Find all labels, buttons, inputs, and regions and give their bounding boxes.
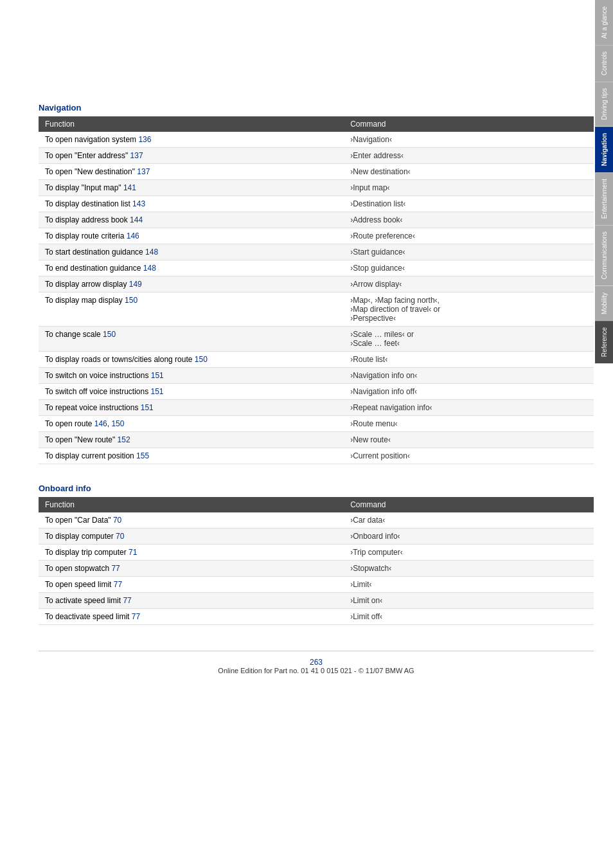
function-cell: To display computer 70 xyxy=(39,529,344,545)
command-cell: ›Limit‹ xyxy=(344,577,594,593)
table-row: To open navigation system 136›Navigation… xyxy=(39,132,594,148)
table-row: To activate speed limit 77›Limit on‹ xyxy=(39,593,594,609)
command-cell: ›Onboard info‹ xyxy=(344,529,594,545)
table-row: To display map display 150›Map‹, ›Map fa… xyxy=(39,293,594,327)
page-link[interactable]: 150 xyxy=(111,419,124,428)
command-cell: ›Navigation‹ xyxy=(344,132,594,148)
function-cell: To switch off voice instructions 151 xyxy=(39,384,344,400)
function-cell: To switch on voice instructions 151 xyxy=(39,368,344,384)
sidebar-tab-navigation[interactable]: Navigation xyxy=(595,127,613,172)
function-cell: To open speed limit 77 xyxy=(39,577,344,593)
function-cell: To display current position 155 xyxy=(39,448,344,464)
table-row: To display destination list 143›Destinat… xyxy=(39,196,594,212)
table-row: To display roads or towns/cities along r… xyxy=(39,352,594,368)
navigation-table-header: Function Command xyxy=(39,116,594,132)
sidebar-tab-communications[interactable]: Communications xyxy=(595,225,613,285)
function-cell: To display "Input map" 141 xyxy=(39,180,344,196)
page-link[interactable]: 146 xyxy=(94,419,107,428)
onboard-section: Onboard info Function Command To open "C… xyxy=(39,484,594,625)
page-link[interactable]: 77 xyxy=(123,596,131,605)
table-row: To deactivate speed limit 77›Limit off‹ xyxy=(39,609,594,625)
page-link[interactable]: 137 xyxy=(137,167,150,176)
page-link[interactable]: 77 xyxy=(132,612,140,621)
sidebar-tab-controls[interactable]: Controls xyxy=(595,45,613,82)
table-row: To display current position 155›Current … xyxy=(39,448,594,464)
onboard-title: Onboard info xyxy=(39,484,594,493)
onboard-table: Function Command To open "Car Data" 70›C… xyxy=(39,497,594,625)
page-link[interactable]: 146 xyxy=(127,231,139,240)
sidebar-tab-at-glance[interactable]: At a glance xyxy=(595,0,613,45)
navigation-section: Navigation Function Command To open navi… xyxy=(39,103,594,464)
command-cell: ›Arrow display‹ xyxy=(344,276,594,293)
sidebar-tab-mobility[interactable]: Mobility xyxy=(595,286,613,321)
navigation-table: Function Command To open navigation syst… xyxy=(39,116,594,464)
function-cell: To open "Car Data" 70 xyxy=(39,512,344,529)
main-content: Navigation Function Command To open navi… xyxy=(39,0,594,726)
function-cell: To change scale 150 xyxy=(39,327,344,352)
navigation-title: Navigation xyxy=(39,103,594,113)
nav-col2-header: Command xyxy=(344,116,594,132)
page-link[interactable]: 144 xyxy=(130,215,143,224)
page-link[interactable]: 151 xyxy=(151,387,164,396)
command-cell: ›Navigation info off‹ xyxy=(344,384,594,400)
page-link[interactable]: 148 xyxy=(145,248,158,257)
sidebar-tab-reference[interactable]: Reference xyxy=(595,321,613,363)
command-cell: ›Limit on‹ xyxy=(344,593,594,609)
page-link[interactable]: 151 xyxy=(151,371,164,380)
page-link[interactable]: 155 xyxy=(136,451,149,460)
table-row: To display "Input map" 141›Input map‹ xyxy=(39,180,594,196)
function-cell: To display route criteria 146 xyxy=(39,228,344,244)
table-row: To display route criteria 146›Route pref… xyxy=(39,228,594,244)
function-cell: To deactivate speed limit 77 xyxy=(39,609,344,625)
page-link[interactable]: 150 xyxy=(195,355,208,364)
page-link[interactable]: 136 xyxy=(138,135,151,144)
page-link[interactable]: 152 xyxy=(118,435,130,444)
command-cell: ›New destination‹ xyxy=(344,164,594,180)
command-cell: ›Scale … miles‹ or›Scale … feet‹ xyxy=(344,327,594,352)
command-cell: ›Route preference‹ xyxy=(344,228,594,244)
command-cell: ›Route menu‹ xyxy=(344,416,594,432)
command-cell: ›Stop guidance‹ xyxy=(344,260,594,276)
command-cell: ›New route‹ xyxy=(344,432,594,448)
function-cell: To open navigation system 136 xyxy=(39,132,344,148)
table-row: To open stopwatch 77›Stopwatch‹ xyxy=(39,561,594,577)
table-row: To open speed limit 77›Limit‹ xyxy=(39,577,594,593)
function-cell: To repeat voice instructions 151 xyxy=(39,400,344,416)
onboard-col1-header: Function xyxy=(39,497,344,512)
table-row: To repeat voice instructions 151›Repeat … xyxy=(39,400,594,416)
command-cell: ›Enter address‹ xyxy=(344,148,594,164)
function-cell: To display destination list 143 xyxy=(39,196,344,212)
page-link[interactable]: 151 xyxy=(141,403,154,412)
table-row: To end destination guidance 148›Stop gui… xyxy=(39,260,594,276)
table-row: To open route 146, 150›Route menu‹ xyxy=(39,416,594,432)
function-cell: To display trip computer 71 xyxy=(39,545,344,561)
command-cell: ›Limit off‹ xyxy=(344,609,594,625)
table-row: To display arrow display 149›Arrow displ… xyxy=(39,276,594,293)
command-cell: ›Address book‹ xyxy=(344,212,594,228)
page-link[interactable]: 143 xyxy=(132,199,145,208)
table-row: To open "Car Data" 70›Car data‹ xyxy=(39,512,594,529)
function-cell: To end destination guidance 148 xyxy=(39,260,344,276)
page-link[interactable]: 149 xyxy=(129,280,142,289)
onboard-col2-header: Command xyxy=(344,497,594,512)
command-cell: ›Destination list‹ xyxy=(344,196,594,212)
page-link[interactable]: 71 xyxy=(129,548,137,557)
table-row: To open "New destination" 137›New destin… xyxy=(39,164,594,180)
sidebar-tab-driving-tips[interactable]: Driving tips xyxy=(595,82,613,126)
page-link[interactable]: 150 xyxy=(103,330,116,339)
page-link[interactable]: 77 xyxy=(111,564,120,573)
page-link[interactable]: 77 xyxy=(114,580,122,589)
function-cell: To open "Enter address" 137 xyxy=(39,148,344,164)
page-link[interactable]: 137 xyxy=(130,151,143,160)
page-link[interactable]: 70 xyxy=(113,516,121,525)
page-number: 263 xyxy=(39,658,594,667)
sidebar-tab-entertainment[interactable]: Entertainment xyxy=(595,172,613,225)
command-cell: ›Stopwatch‹ xyxy=(344,561,594,577)
page-link[interactable]: 141 xyxy=(123,183,136,192)
page-link[interactable]: 70 xyxy=(116,532,124,541)
command-cell: ›Repeat navigation info‹ xyxy=(344,400,594,416)
command-cell: ›Trip computer‹ xyxy=(344,545,594,561)
function-cell: To display roads or towns/cities along r… xyxy=(39,352,344,368)
page-link[interactable]: 150 xyxy=(125,296,138,305)
page-link[interactable]: 148 xyxy=(143,264,156,273)
